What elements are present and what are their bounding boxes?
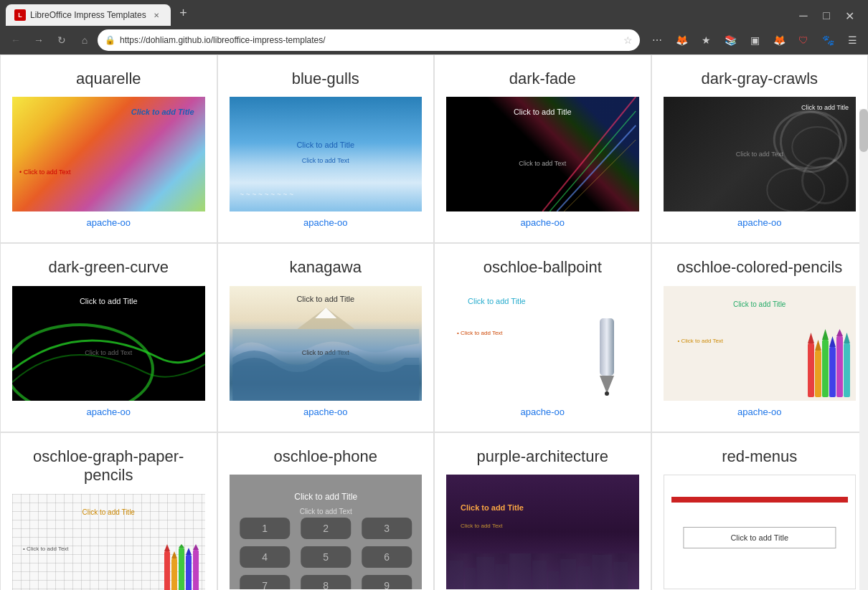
template-author-aquarelle[interactable]: apache-oo (12, 217, 205, 228)
template-author-dark-fade[interactable]: apache-oo (446, 217, 639, 228)
scrollbar[interactable] (859, 109, 868, 590)
template-name-blue-gulls: blue-gulls (230, 70, 423, 88)
template-card-dark-fade[interactable]: dark-fade Click to add Title Click to ad… (434, 54, 651, 243)
template-preview-kanagawa[interactable]: Click to add Title Click to add Text (230, 286, 423, 401)
svg-rect-29 (179, 548, 184, 590)
template-preview-dark-gray-crawls[interactable]: Click to add Title Click to add Text (664, 97, 857, 211)
template-preview-oschloe-phone[interactable]: 1 2 3 4 5 6 7 8 9 Click to add Title (230, 475, 423, 589)
active-tab[interactable]: L LibreOffice Impress Templates ✕ (6, 4, 171, 26)
red-menus-title: Click to add Title (683, 527, 836, 548)
svg-rect-13 (808, 343, 814, 397)
template-name-dark-fade: dark-fade (446, 70, 639, 88)
purple-arch-title: Click to add Title (461, 503, 524, 512)
svg-marker-20 (829, 336, 836, 347)
shield-icon[interactable]: 🛡 (793, 30, 813, 50)
template-preview-dark-fade[interactable]: Click to add Title Click to add Text (446, 97, 639, 211)
svg-rect-56 (465, 568, 476, 589)
template-preview-oschloe-colored[interactable]: Click to add Title Click to add Text (664, 286, 857, 401)
svg-text:4: 4 (262, 551, 268, 563)
template-preview-aquarelle[interactable]: Click to add Title Click to add Text (12, 97, 205, 211)
bookmark-star[interactable]: ☆ (623, 34, 633, 46)
template-author-oschloe-ballpoint[interactable]: apache-oo (446, 406, 639, 417)
template-name-red-menus: red-menus (664, 447, 857, 466)
svg-marker-30 (179, 544, 184, 548)
new-tab-button[interactable]: + (174, 3, 194, 23)
template-author-dark-gray-crawls[interactable]: apache-oo (664, 217, 857, 228)
svg-rect-64 (592, 555, 612, 589)
svg-rect-59 (509, 553, 531, 589)
template-card-oschloe-ballpoint[interactable]: oschloe-ballpoint Click to add Title Cli… (434, 243, 651, 432)
svg-rect-19 (829, 347, 836, 397)
addon-icon[interactable]: 🐾 (818, 30, 838, 50)
template-preview-dark-green-curve[interactable]: Click to add Title Click to add Text (12, 286, 205, 401)
pocket-icon[interactable]: 🦊 (671, 30, 692, 50)
back-button[interactable]: ← (6, 30, 26, 50)
svg-rect-27 (171, 558, 177, 590)
svg-marker-9 (315, 308, 336, 318)
home-button[interactable]: ⌂ (75, 30, 95, 50)
tab-close-button[interactable]: ✕ (151, 9, 162, 21)
template-preview-oschloe-graph[interactable]: Click to add Title Click to add Text (12, 494, 205, 590)
template-card-dark-green-curve[interactable]: dark-green-curve Click to add Title Clic… (0, 243, 217, 432)
template-name-dark-gray-crawls: dark-gray-crawls (664, 70, 857, 88)
navigation-bar: ← → ↻ ⌂ 🔒 https://dohliam.github.io/libr… (0, 26, 868, 54)
forward-button[interactable]: → (29, 30, 49, 50)
colored-pencils-body: Click to add Text (678, 338, 724, 344)
template-author-oschloe-colored-pencils[interactable]: apache-oo (664, 406, 857, 417)
svg-text:7: 7 (262, 580, 268, 589)
template-name-kanagawa: kanagawa (230, 258, 423, 277)
city-skyline (446, 546, 639, 589)
template-card-oschloe-colored-pencils[interactable]: oschloe-colored-pencils Click to add Tit… (651, 243, 869, 432)
svg-rect-33 (193, 550, 199, 590)
blue-gulls-title: Click to add Title (296, 141, 354, 149)
svg-line-3 (557, 125, 636, 211)
template-preview-red-menus[interactable]: Click to add Title (664, 475, 857, 589)
menu-button[interactable]: ☰ (842, 30, 862, 50)
firefox-icon[interactable]: 🦊 (769, 30, 789, 50)
template-card-oschloe-phone[interactable]: oschloe-phone (217, 432, 435, 590)
svg-marker-14 (808, 333, 814, 343)
tab-favicon: L (14, 9, 26, 21)
wave-decoration (230, 286, 423, 401)
bookmark-icon[interactable]: ★ (696, 30, 716, 50)
page-content: aquarelle Click to add Title Click to ad… (0, 54, 868, 590)
browser-window: L LibreOffice Impress Templates ✕ + ─ □ … (0, 0, 868, 590)
template-card-red-menus[interactable]: red-menus Click to add Title (651, 432, 869, 590)
template-card-oschloe-graph[interactable]: oschloe-graph-paper-pencils Click to add… (0, 432, 217, 590)
template-author-dark-green-curve[interactable]: apache-oo (12, 406, 205, 417)
svg-text:Click to add Title: Click to add Title (294, 492, 357, 502)
template-preview-purple-arch[interactable]: Click to add Title Click to add Text (446, 475, 639, 589)
template-preview-blue-gulls[interactable]: Click to add Title Click to add Text ~ ~… (230, 97, 423, 211)
template-card-aquarelle[interactable]: aquarelle Click to add Title Click to ad… (0, 54, 217, 243)
template-author-blue-gulls[interactable]: apache-oo (230, 217, 423, 228)
scrollbar-thumb[interactable] (859, 109, 868, 152)
maximize-button[interactable]: □ (816, 6, 836, 26)
minimize-button[interactable]: ─ (793, 6, 813, 26)
address-bar[interactable]: 🔒 https://dohliam.github.io/libreoffice-… (98, 29, 640, 51)
svg-text:Click to add Text: Click to add Text (299, 508, 352, 515)
svg-rect-57 (476, 557, 494, 589)
ballpoint-title: Click to add Title (468, 297, 526, 305)
red-accent-bar (671, 497, 849, 503)
svg-text:5: 5 (323, 551, 329, 563)
template-author-kanagawa[interactable]: apache-oo (230, 406, 423, 417)
url-display: https://dohliam.github.io/libreoffice-im… (120, 35, 326, 45)
template-card-blue-gulls[interactable]: blue-gulls Click to add Title Click to a… (217, 54, 435, 243)
dark-fade-body: Click to add Text (519, 160, 566, 167)
svg-point-7 (767, 168, 824, 211)
template-card-purple-architecture[interactable]: purple-architecture (434, 432, 651, 590)
close-button[interactable]: ✕ (839, 6, 859, 26)
svg-rect-55 (449, 561, 463, 589)
reload-button[interactable]: ↻ (52, 30, 72, 50)
pencils-decoration (808, 329, 854, 401)
svg-marker-26 (164, 544, 170, 551)
ballpoint-body: Click to add Text (457, 330, 503, 336)
template-preview-oschloe-ballpoint[interactable]: Click to add Title Click to add Text (446, 286, 639, 401)
template-name-oschloe-phone: oschloe-phone (230, 447, 423, 466)
extensions-icon[interactable]: ⋯ (647, 30, 667, 50)
bookmarks-shelf[interactable]: 📚 (720, 30, 740, 50)
template-card-kanagawa[interactable]: kanagawa Click to add Title Click to add… (217, 243, 435, 432)
reader-view[interactable]: ▣ (745, 30, 765, 50)
template-card-dark-gray-crawls[interactable]: dark-gray-crawls Click to add Title Clic… (651, 54, 869, 243)
aquarelle-body: Click to add Text (19, 168, 71, 176)
